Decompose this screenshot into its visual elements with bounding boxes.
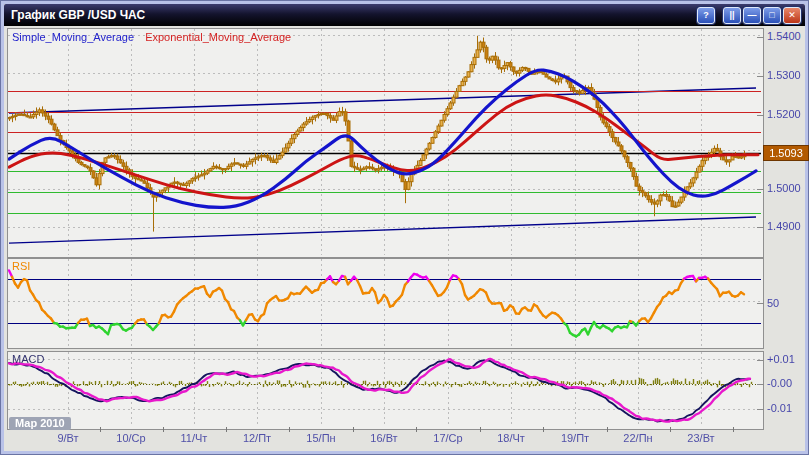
sma-indicator-label[interactable]: Simple_Moving_Average xyxy=(12,31,134,43)
main-chart-panel: Simple_Moving_Average Exponential_Moving… xyxy=(7,28,764,258)
macd-panel: MACD xyxy=(7,351,764,430)
chart-window: График GBP /USD ЧАС ?||—□✕ Simple_Moving… xyxy=(0,0,809,455)
axis-tick xyxy=(757,37,764,38)
price-axis-label: 1.5400 xyxy=(767,30,801,43)
rsi-chart-canvas[interactable] xyxy=(8,259,761,346)
date-label: 19/Пт xyxy=(552,432,598,444)
axis-tick xyxy=(757,360,764,361)
macd-indicator-label[interactable]: MACD xyxy=(12,353,44,365)
date-label: 12/Пт xyxy=(234,432,280,444)
pause-button[interactable]: || xyxy=(723,7,741,24)
day-tick xyxy=(163,427,164,432)
price-axis-label: 1.5200 xyxy=(767,108,801,121)
axis-tick xyxy=(757,227,764,228)
day-tick xyxy=(543,427,544,432)
window-title: График GBP /USD ЧАС xyxy=(11,4,697,26)
day-tick xyxy=(353,427,354,432)
date-label: 16/Вт xyxy=(361,432,407,444)
main-chart-canvas[interactable] xyxy=(8,29,761,255)
day-tick xyxy=(416,427,417,432)
day-tick xyxy=(480,427,481,432)
ema-indicator-label[interactable]: Exponential_Moving_Average xyxy=(145,31,291,43)
help-button[interactable]: ? xyxy=(697,7,715,24)
axis-tick xyxy=(757,384,764,385)
axis-tick xyxy=(757,76,764,77)
price-axis-label: 1.4900 xyxy=(767,220,801,233)
day-tick xyxy=(670,427,671,432)
axis-tick xyxy=(757,409,764,410)
date-label: 18/Чт xyxy=(488,432,534,444)
day-tick xyxy=(226,427,227,432)
price-axis-label: 1.5300 xyxy=(767,69,801,82)
restore-button[interactable]: □ xyxy=(763,7,781,24)
price-axis-label: 1.5000 xyxy=(767,182,801,195)
date-label: 11/Чт xyxy=(171,432,217,444)
macd-chart-canvas[interactable] xyxy=(8,352,761,427)
macd-axis-label: -0.00 xyxy=(767,377,792,390)
macd-axis-label: +0.01 xyxy=(767,353,795,366)
axis-tick xyxy=(757,189,764,190)
date-label: 9/Вт xyxy=(45,432,91,444)
date-label: 22/Пн xyxy=(615,432,661,444)
day-tick xyxy=(289,427,290,432)
macd-axis-label: -0.01 xyxy=(767,402,792,415)
date-label: 17/Ср xyxy=(425,432,471,444)
rsi-indicator-label[interactable]: RSI xyxy=(12,260,30,272)
window-controls: ?||—□✕ xyxy=(697,7,805,24)
date-label: 15/Пн xyxy=(298,432,344,444)
day-tick xyxy=(100,427,101,432)
day-tick xyxy=(607,427,608,432)
rsi-axis-label: 50 xyxy=(767,297,779,310)
title-bar[interactable]: График GBP /USD ЧАС ?||—□✕ xyxy=(4,4,805,26)
indicator-legend: Simple_Moving_Average Exponential_Moving… xyxy=(12,31,291,43)
date-label: 10/Ср xyxy=(108,432,154,444)
close-button[interactable]: ✕ xyxy=(783,7,801,24)
axis-tick xyxy=(757,303,764,304)
date-label: 23/Вт xyxy=(678,432,724,444)
minimize-button[interactable]: — xyxy=(743,7,761,24)
current-price-badge: 1.5093 xyxy=(763,145,809,161)
month-badge: Мар 2010 xyxy=(9,417,71,430)
day-tick xyxy=(733,427,734,432)
rsi-panel: RSI xyxy=(7,258,764,349)
axis-tick xyxy=(757,115,764,116)
